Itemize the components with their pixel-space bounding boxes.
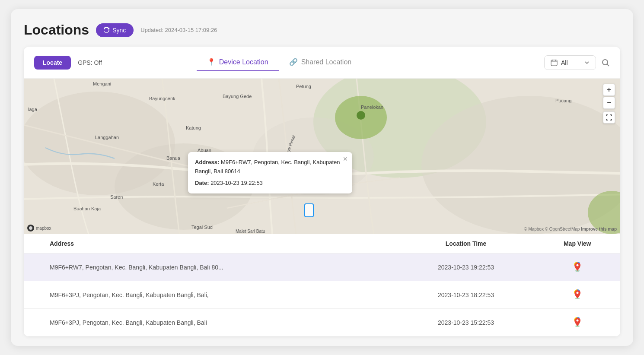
popup-date-label: Date: <box>195 180 209 186</box>
table-container: Address Location Time Map View M9F6+RW7,… <box>24 234 620 336</box>
main-card: Locate GPS: Off 📍 Device Location 🔗 Shar… <box>24 47 620 336</box>
google-maps-icon[interactable] <box>572 261 583 272</box>
svg-point-4 <box>603 60 608 65</box>
search-icon <box>601 58 610 67</box>
col-map-view: Map View <box>534 234 620 254</box>
gps-status: GPS: Off <box>78 59 102 66</box>
svg-point-14 <box>357 111 365 120</box>
row-time: 2023-10-23 15:22:53 <box>398 309 535 336</box>
mapbox-logo: mapbox <box>27 225 51 231</box>
popup-date: Date: 2023-10-23 19:22:53 <box>195 179 345 188</box>
sync-label: Sync <box>112 27 126 34</box>
toolbar: Locate GPS: Off 📍 Device Location 🔗 Shar… <box>24 47 620 79</box>
filter-dropdown[interactable]: All <box>544 55 596 70</box>
svg-point-18 <box>576 264 578 266</box>
map-controls: + − <box>603 84 615 124</box>
phone-icon <box>304 203 314 217</box>
app-container: Locations Sync Updated: 2024-03-15 17:09… <box>11 9 633 346</box>
tabs: 📍 Device Location 🔗 Shared Location <box>197 54 362 71</box>
locations-table: Address Location Time Map View M9F6+RW7,… <box>24 234 620 336</box>
calendar-icon <box>551 59 558 66</box>
row-address: M9F6+3PJ, Pengotan, Kec. Bangli, Kabupat… <box>24 309 398 336</box>
page-title: Locations <box>24 22 89 38</box>
google-maps-icon[interactable] <box>572 289 583 299</box>
mapbox-icon <box>27 225 34 231</box>
tab-shared-label: Shared Location <box>301 58 352 66</box>
shared-location-icon: 🔗 <box>289 58 298 66</box>
map-container: Mengani Bayungcerik Bayung Gede Petung P… <box>24 79 620 234</box>
svg-rect-0 <box>551 60 557 66</box>
row-address: M9F6+RW7, Pengotan, Kec. Bangli, Kabupat… <box>24 254 398 281</box>
zoom-out-button[interactable]: − <box>603 97 615 109</box>
svg-point-22 <box>576 320 578 322</box>
row-address: M9F6+3PJ, Pengotan, Kec. Bangli, Kabupat… <box>24 281 398 309</box>
google-maps-icon[interactable] <box>572 317 583 327</box>
row-map-view[interactable] <box>534 309 620 336</box>
mapbox-text: mapbox <box>36 226 51 231</box>
popup-address: Address: M9F6+RW7, Pengotan, Kec. Bangli… <box>195 158 345 176</box>
sync-icon <box>104 27 110 33</box>
chevron-down-icon <box>584 60 590 65</box>
tab-shared-location[interactable]: 🔗 Shared Location <box>279 54 362 71</box>
popup-close-button[interactable]: ✕ <box>343 155 348 162</box>
device-marker <box>304 203 314 217</box>
row-map-view[interactable] <box>534 281 620 309</box>
locate-button[interactable]: Locate <box>34 56 71 70</box>
popup-date-value: 2023-10-23 19:22:53 <box>210 180 263 186</box>
svg-line-5 <box>607 64 609 66</box>
toolbar-right: All <box>544 55 610 70</box>
col-time: Location Time <box>398 234 535 254</box>
tab-device-location[interactable]: 📍 Device Location <box>197 54 279 71</box>
updated-text: Updated: 2024-03-15 17:09:26 <box>140 27 217 33</box>
svg-point-20 <box>576 292 578 294</box>
fullscreen-button[interactable] <box>603 111 615 124</box>
header: Locations Sync Updated: 2024-03-15 17:09… <box>24 22 620 38</box>
table-row[interactable]: M9F6+RW7, Pengotan, Kec. Bangli, Kabupat… <box>24 254 620 281</box>
sync-button[interactable]: Sync <box>96 23 134 37</box>
filter-label: All <box>561 59 568 66</box>
row-time: 2023-10-23 18:22:53 <box>398 281 535 309</box>
row-map-view[interactable] <box>534 254 620 281</box>
popup-address-label: Address: <box>195 159 219 165</box>
device-location-icon: 📍 <box>207 58 216 66</box>
table-row[interactable]: M9F6+3PJ, Pengotan, Kec. Bangli, Kabupat… <box>24 281 620 309</box>
tab-device-label: Device Location <box>219 58 268 66</box>
search-button[interactable] <box>601 58 610 67</box>
col-address: Address <box>24 234 398 254</box>
zoom-in-button[interactable]: + <box>603 84 615 96</box>
svg-point-16 <box>29 226 32 230</box>
map-popup: ✕ Address: M9F6+RW7, Pengotan, Kec. Bang… <box>188 152 352 193</box>
fullscreen-icon <box>606 114 612 120</box>
row-time: 2023-10-23 19:22:53 <box>398 254 535 281</box>
table-row[interactable]: M9F6+3PJ, Pengotan, Kec. Bangli, Kabupat… <box>24 309 620 336</box>
map-attribution: © Mapbox © OpenStreetMap Improve this ma… <box>524 227 617 231</box>
table-header-row: Address Location Time Map View <box>24 234 620 254</box>
